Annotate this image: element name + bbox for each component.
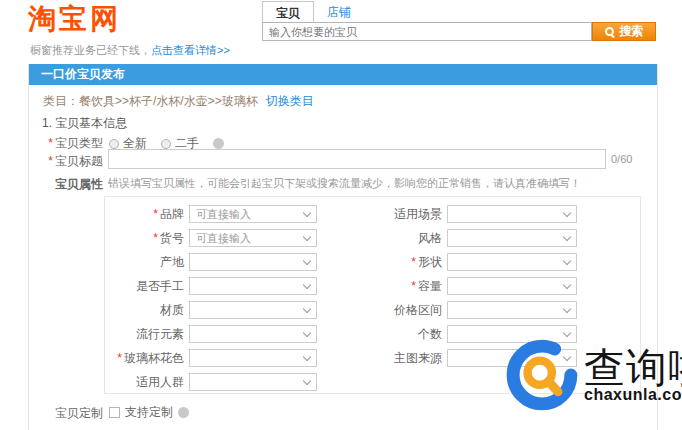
help-icon[interactable]: [213, 138, 224, 149]
required-asterisk: *: [48, 136, 53, 150]
attr-label: *货号: [105, 230, 184, 247]
chevron-down-icon: [303, 257, 311, 265]
item-title-input[interactable]: [108, 149, 606, 169]
chevron-down-icon: [303, 353, 311, 361]
attr-select-形状[interactable]: [447, 253, 577, 271]
taobao-logo: 淘宝网: [28, 1, 121, 37]
watermark-text: 查询啦 chaxunla.com: [584, 347, 682, 404]
attr-label: 是否手工: [105, 278, 184, 295]
attrs-hint: 错误填写宝贝属性，可能会引起宝贝下架或搜索流量减少，影响您的正常销售，请认真准确…: [108, 176, 581, 191]
search-input[interactable]: [262, 22, 592, 41]
showcase-notice: 橱窗推荐业务已经下线，点击查看详情>>: [30, 43, 230, 58]
attr-label: 流行元素: [105, 326, 184, 343]
attr-label: 风格: [317, 230, 442, 247]
required-asterisk: *: [117, 351, 122, 365]
attr-select-容量[interactable]: [447, 277, 577, 295]
attr-label: 材质: [105, 302, 184, 319]
attr-label: *玻璃杯花色: [105, 350, 184, 367]
search-tabs: 宝贝 店铺: [262, 1, 364, 22]
help-icon[interactable]: [178, 407, 189, 418]
chevron-down-icon: [303, 377, 311, 385]
tab-item[interactable]: 宝贝: [262, 1, 314, 22]
search-icon: [605, 27, 615, 37]
chevron-down-icon: [303, 209, 311, 217]
attr-label: *形状: [317, 254, 442, 271]
attr-select-流行元素[interactable]: [189, 325, 317, 343]
attr-label: 产地: [105, 254, 184, 271]
watermark-title: 查询啦: [584, 347, 682, 389]
select-value: 可直接输入: [196, 231, 251, 246]
custom-label: 宝贝定制: [29, 405, 103, 422]
chaxunla-watermark: 查询啦 chaxunla.com: [504, 337, 682, 413]
watermark-domain: chaxunla.com: [584, 386, 682, 404]
attr-label: 价格区间: [317, 302, 442, 319]
attr-row: 产地*形状: [105, 250, 640, 274]
attr-row: 是否手工*容量: [105, 274, 640, 298]
search-button[interactable]: 搜索: [592, 22, 656, 41]
attr-select-风格[interactable]: [447, 229, 577, 247]
select-value: 可直接输入: [196, 207, 251, 222]
required-asterisk: *: [48, 154, 53, 168]
category-path: 餐饮具>>杯子/水杯/水壶>>玻璃杯: [79, 94, 258, 108]
required-asterisk: *: [411, 255, 416, 269]
panel-title: 一口价宝贝发布: [29, 64, 657, 85]
chevron-down-icon: [563, 233, 571, 241]
attr-label: 个数: [317, 326, 442, 343]
attr-select-玻璃杯花色[interactable]: [189, 349, 317, 367]
chevron-down-icon: [563, 305, 571, 313]
item-type-label: *宝贝类型: [29, 135, 103, 152]
required-asterisk: *: [411, 279, 416, 293]
support-custom-checkbox[interactable]: [109, 407, 120, 418]
chevron-down-icon: [563, 257, 571, 265]
attr-label: *容量: [317, 278, 442, 295]
required-asterisk: *: [153, 207, 158, 221]
chevron-down-icon: [303, 305, 311, 313]
attr-select-货号[interactable]: 可直接输入: [189, 229, 317, 247]
radio-icon[interactable]: [161, 139, 171, 149]
attr-label: 适用场景: [317, 206, 442, 223]
attr-select-是否手工[interactable]: [189, 277, 317, 295]
attr-select-品牌[interactable]: 可直接输入: [189, 205, 317, 223]
section-title: 1. 宝贝基本信息: [42, 115, 127, 132]
magnifier-logo-icon: [504, 337, 580, 413]
attr-row: 材质价格区间: [105, 298, 640, 322]
notice-text: 橱窗推荐业务已经下线，: [30, 44, 151, 56]
chevron-down-icon: [563, 329, 571, 337]
required-asterisk: *: [153, 231, 158, 245]
chevron-down-icon: [303, 329, 311, 337]
category-label: 类目：: [43, 94, 79, 108]
chevron-down-icon: [563, 209, 571, 217]
search-bar: 搜索: [262, 22, 656, 41]
item-title-label: *宝贝标题: [29, 153, 103, 170]
attr-row: *品牌可直接输入适用场景: [105, 202, 640, 226]
attr-select-产地[interactable]: [189, 253, 317, 271]
attr-label: 主图来源: [317, 350, 442, 367]
category-line: 类目：餐饮具>>杯子/水杯/水壶>>玻璃杯切换类目: [43, 93, 314, 110]
search-button-label: 搜索: [620, 23, 644, 40]
attr-select-价格区间[interactable]: [447, 301, 577, 319]
attrs-label: 宝贝属性: [29, 176, 103, 193]
chevron-down-icon: [303, 233, 311, 241]
title-char-counter: 0/60: [611, 153, 632, 165]
attr-select-适用人群[interactable]: [189, 373, 317, 391]
radio-icon[interactable]: [109, 139, 119, 149]
attr-row: *货号可直接输入风格: [105, 226, 640, 250]
chevron-down-icon: [303, 281, 311, 289]
attr-label: *品牌: [105, 206, 184, 223]
notice-details-link[interactable]: 点击查看详情>>: [151, 44, 230, 56]
tab-shop[interactable]: 店铺: [314, 1, 364, 22]
switch-category-link[interactable]: 切换类目: [266, 94, 314, 108]
attr-select-适用场景[interactable]: [447, 205, 577, 223]
chevron-down-icon: [563, 281, 571, 289]
attr-select-材质[interactable]: [189, 301, 317, 319]
taobao-publish-page: 淘宝网 宝贝 店铺 搜索 橱窗推荐业务已经下线，点击查看详情>> 一口价宝贝发布…: [0, 0, 682, 430]
attr-label: 适用人群: [105, 374, 184, 391]
support-custom-label: 支持定制: [125, 404, 173, 421]
